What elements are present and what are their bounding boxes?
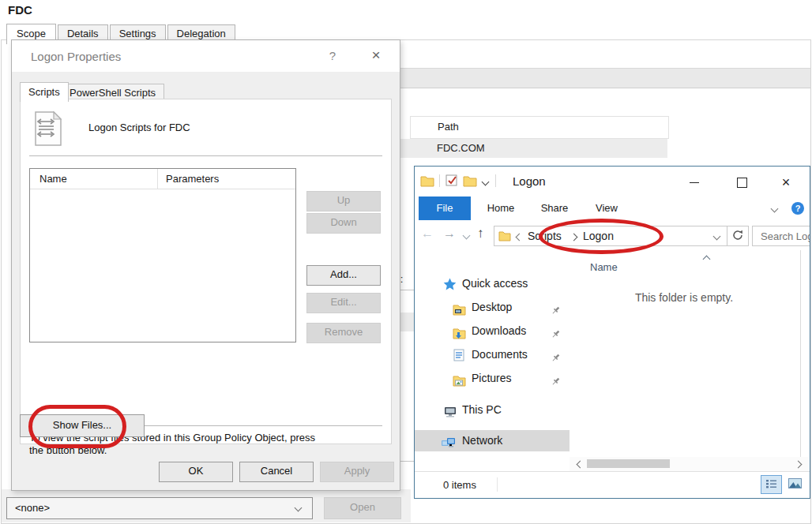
list-column-parameters[interactable]: Parameters [166, 173, 219, 185]
file-list-column-name[interactable]: Name [590, 261, 618, 273]
scroll-left-icon[interactable] [577, 461, 585, 469]
sidebar-item-label: Pictures [472, 368, 512, 388]
explorer-window-title: Logon [513, 174, 546, 188]
up-icon[interactable]: ↑ [477, 226, 484, 241]
ribbon-tab-home[interactable]: Home [476, 196, 525, 220]
explorer-window: Logon × File Home Share View ? ← → ↑ [414, 166, 810, 499]
pin-icon [551, 325, 561, 346]
open-button[interactable]: Open [324, 497, 401, 519]
pin-icon [551, 372, 561, 393]
list-header-row: Name Parameters [30, 169, 295, 189]
close-button[interactable]: × [772, 173, 800, 192]
gpmc-window-title: FDC [8, 3, 32, 17]
scroll-right-icon[interactable] [795, 461, 803, 469]
sidebar-item-desktop[interactable]: Desktop [415, 297, 570, 317]
maximize-button[interactable] [727, 173, 756, 192]
down-button[interactable]: Down [306, 213, 381, 234]
quick-access-toolbar-chevron-icon[interactable] [482, 178, 490, 186]
sidebar-item-label: Network [462, 430, 502, 451]
column-divider[interactable] [157, 169, 158, 189]
address-folder-icon [498, 231, 511, 244]
details-view-icon [766, 479, 776, 491]
wmi-filter-value: <none> [15, 502, 50, 514]
scrollbar-thumb[interactable] [587, 459, 670, 468]
pictures-folder-icon [453, 372, 466, 393]
links-row-path-value: FDC.COM [437, 142, 485, 154]
dialog-help-button[interactable]: ? [325, 49, 340, 62]
sidebar-item-quick-access[interactable]: Quick access [415, 273, 570, 294]
refresh-icon [732, 230, 743, 243]
horizontal-scrollbar[interactable] [570, 457, 808, 471]
sidebar-item-documents[interactable]: Documents [415, 344, 570, 365]
this-pc-icon [443, 404, 457, 425]
properties-check-icon[interactable] [445, 174, 458, 189]
collapsed-path-chevron-icon[interactable] [516, 234, 524, 241]
chevron-down-icon [295, 504, 303, 512]
apply-button[interactable]: Apply [320, 462, 394, 482]
edit-button[interactable]: Edit... [306, 293, 381, 313]
refresh-button[interactable] [727, 226, 749, 246]
links-column-path: Path [438, 121, 459, 133]
desktop: FDC ScopeDetailsSettingsDelegation Path … [0, 0, 812, 524]
back-icon[interactable]: ← [421, 226, 434, 241]
forward-icon[interactable]: → [443, 226, 456, 241]
annotation-oval-show-files [28, 405, 126, 448]
empty-folder-message: This folder is empty. [570, 291, 799, 304]
new-folder-icon[interactable] [463, 176, 477, 189]
item-count: 0 items [443, 479, 476, 491]
sidebar-item-label: Documents [472, 344, 528, 365]
sidebar-item-network[interactable]: Network [415, 430, 570, 451]
up-button[interactable]: Up [306, 191, 381, 211]
wmi-filter-dropdown[interactable]: <none> [6, 497, 313, 519]
maximize-icon [737, 178, 747, 188]
remove-button[interactable]: Remove [306, 323, 381, 343]
dialog-title-bar[interactable]: Logon Properties ? × [12, 40, 400, 72]
script-document-icon [30, 110, 65, 149]
pin-icon [551, 349, 561, 369]
scrollbar-track-edge [800, 250, 801, 457]
explorer-title-bar[interactable]: Logon × [415, 167, 810, 196]
help-icon[interactable]: ? [791, 202, 804, 215]
minimize-icon [690, 182, 699, 183]
recent-locations-chevron-icon[interactable] [463, 232, 471, 240]
ribbon-tab-share[interactable]: Share [530, 196, 579, 220]
gpmc-links-section-bar [399, 68, 810, 88]
details-view-button[interactable] [761, 475, 782, 494]
expand-ribbon-chevron-icon[interactable] [771, 205, 779, 213]
links-table-row[interactable]: FDC.COM [400, 139, 667, 158]
sidebar-item-this-pc[interactable]: This PC [415, 399, 570, 420]
column-header-chevron-icon[interactable] [703, 256, 711, 264]
dialog-tab-scripts[interactable]: Scripts [20, 82, 69, 102]
links-table-header[interactable]: Path [410, 116, 669, 139]
add-button[interactable]: Add... [306, 265, 381, 286]
list-column-name[interactable]: Name [39, 173, 67, 185]
scripts-list-box[interactable]: Name Parameters [29, 168, 296, 342]
network-icon [441, 435, 456, 456]
sidebar-item-pictures[interactable]: Pictures [415, 368, 570, 388]
dialog-title: Logon Properties [31, 50, 121, 63]
ribbon-tab-view[interactable]: View [585, 196, 628, 220]
documents-icon [453, 347, 464, 368]
pin-icon [551, 301, 561, 322]
separator [29, 155, 382, 156]
desktop-folder-icon [453, 301, 466, 322]
file-list-area: Name This folder is empty. [570, 250, 800, 457]
search-input[interactable] [759, 230, 810, 243]
dialog-tab-page: Logon Scripts for FDC Name Parameters Up… [20, 99, 392, 444]
sidebar-item-label: This PC [462, 399, 502, 420]
ok-button[interactable]: OK [159, 462, 233, 482]
address-dropdown-chevron-icon[interactable] [713, 233, 721, 241]
sidebar-item-label: Downloads [472, 320, 526, 341]
ribbon-tab-file[interactable]: File [419, 196, 471, 220]
ribbon-tab-strip: File Home Share View ? [415, 196, 810, 220]
thumbnail-view-icon [788, 478, 802, 491]
search-box[interactable] [752, 226, 810, 246]
dialog-close-button[interactable]: × [366, 47, 386, 64]
cancel-button[interactable]: Cancel [239, 462, 314, 482]
sidebar-item-downloads[interactable]: Downloads [415, 320, 570, 341]
minimize-button[interactable] [680, 173, 709, 192]
annotation-oval-breadcrumb [539, 219, 664, 254]
sidebar-item-label: Desktop [472, 297, 512, 317]
thumbnail-view-button[interactable] [784, 475, 806, 494]
dialog-header-text: Logon Scripts for FDC [88, 122, 190, 133]
